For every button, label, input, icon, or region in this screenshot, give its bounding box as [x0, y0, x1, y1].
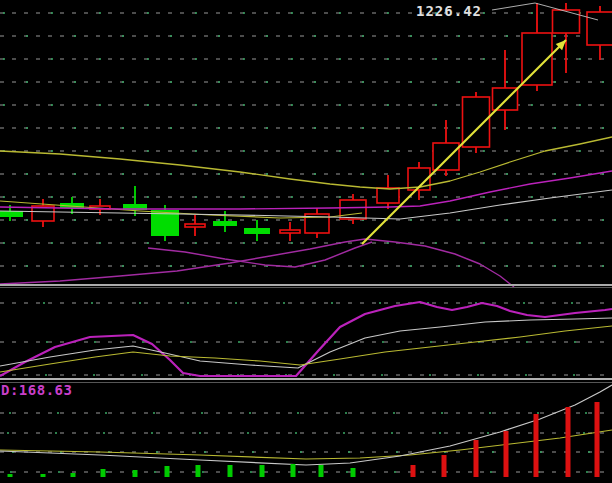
volume-bar-down — [196, 465, 201, 477]
volume-bar-down — [133, 470, 138, 477]
k-line — [0, 318, 612, 368]
volume-bar-up — [442, 455, 447, 477]
candle-down — [0, 211, 23, 217]
indicator-readout-label: D:168.63 — [1, 382, 72, 398]
candle-up — [185, 224, 205, 227]
candle-up — [433, 143, 459, 170]
volume-bar-down — [228, 465, 233, 477]
volume-bar-up — [595, 402, 600, 477]
trading-chart-window: 1226.42 D:168.63 — [0, 0, 612, 483]
price-annotation-label: 1226.42 — [416, 3, 482, 19]
band-purple-b — [148, 242, 372, 267]
ma-magenta — [0, 171, 612, 209]
annotation-pointer-line — [492, 3, 598, 20]
candle-up — [280, 230, 300, 233]
chart-canvas[interactable] — [0, 0, 612, 483]
candle-down — [213, 221, 237, 226]
volume-bar-down — [291, 464, 296, 477]
volume-bar-up — [534, 414, 539, 477]
candle-up — [587, 12, 612, 45]
ma-yellow-long — [0, 137, 612, 189]
panel-divider — [0, 382, 612, 383]
j-line — [0, 302, 612, 376]
panel-divider — [0, 378, 612, 380]
volume-bar-down — [260, 465, 265, 477]
candle-up — [340, 200, 366, 219]
volume-bar-up — [566, 407, 571, 477]
panel-divider — [0, 287, 612, 288]
volume-bar-down — [71, 473, 76, 477]
volume-bar-down — [8, 474, 13, 477]
volume-bar-up — [504, 431, 509, 477]
volume-bar-down — [351, 468, 356, 477]
volume-bar-up — [411, 465, 416, 477]
vol-ma-white — [0, 385, 612, 465]
candle-up — [377, 188, 399, 203]
band-purple-a — [0, 239, 514, 287]
volume-bar-down — [41, 474, 46, 477]
volume-bar-down — [101, 469, 106, 477]
trend-arrow-line — [362, 40, 566, 244]
volume-bar-down — [165, 466, 170, 477]
volume-bar-up — [474, 440, 479, 477]
candle-down — [244, 228, 270, 234]
volume-bar-down — [319, 465, 324, 477]
panel-divider — [0, 284, 612, 286]
